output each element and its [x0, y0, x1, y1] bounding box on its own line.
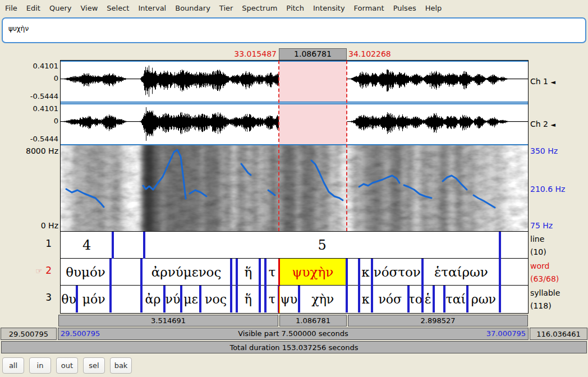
window-start-button[interactable]: 29.500795 [1, 328, 57, 340]
tier2-interval[interactable]: θυμόν [61, 259, 111, 286]
menu-pitch[interactable]: Pitch [286, 4, 304, 12]
tier-boundary[interactable] [443, 286, 445, 312]
tier3-interval[interactable]: με [181, 286, 200, 312]
tier2-interval[interactable]: ἑταίρων [422, 259, 500, 286]
tier-boundary[interactable] [499, 286, 501, 312]
waveform-channel-2[interactable] [61, 103, 528, 145]
tier-boundary[interactable] [264, 286, 267, 312]
tier-boundary[interactable] [236, 286, 238, 312]
menu-pulses[interactable]: Pulses [393, 4, 416, 12]
tier3-interval[interactable]: νόσ [372, 286, 408, 312]
tier-boundary[interactable] [466, 286, 468, 312]
tier-boundary[interactable] [407, 286, 410, 312]
tier3-interval[interactable]: ρων [467, 286, 500, 312]
tier1-interval[interactable] [113, 232, 144, 259]
tier1-interval[interactable]: 5 [144, 232, 500, 259]
tier3-interval[interactable]: θυ [61, 286, 77, 312]
tier2-number[interactable]: ☞ 2 [35, 265, 52, 276]
tier3-interval[interactable]: ψυ [279, 286, 299, 312]
tier-boundary[interactable] [180, 286, 182, 312]
ch1-play-label[interactable]: Ch 1 ◄ [530, 77, 555, 86]
tier-boundary[interactable] [371, 259, 373, 286]
tier2-interval[interactable]: τ [265, 259, 279, 286]
tier-boundary[interactable] [499, 232, 501, 259]
spectrogram-panel[interactable] [61, 145, 528, 231]
menu-intensity[interactable]: Intensity [313, 4, 345, 12]
tier1-interval[interactable]: 4 [61, 232, 113, 259]
play-total-duration-button[interactable]: Total duration 153.037256 seconds [1, 341, 587, 353]
tier-boundary[interactable] [109, 286, 112, 312]
tier3-interval[interactable]: χὴν [299, 286, 347, 312]
tier-boundary[interactable] [433, 286, 435, 312]
selection-end-cursor[interactable] [346, 61, 347, 231]
tier2-interval-selected[interactable]: ψυχὴν [279, 259, 347, 286]
tier2-interval[interactable] [347, 259, 359, 286]
tier-boundary[interactable] [112, 232, 114, 259]
in-button[interactable]: in [29, 357, 51, 374]
tier-boundary[interactable] [140, 286, 143, 312]
tier-boundary[interactable] [358, 286, 360, 312]
menu-boundary[interactable]: Boundary [175, 4, 210, 12]
tier-boundary[interactable] [76, 286, 78, 312]
tier3-interval[interactable]: ταί [444, 286, 467, 312]
tier2-interval[interactable] [500, 259, 528, 286]
tier-boundary[interactable] [140, 259, 143, 286]
tier3-interval[interactable] [111, 286, 141, 312]
tier-boundary[interactable] [143, 232, 145, 259]
tier-boundary[interactable] [163, 286, 166, 312]
analysis-panel[interactable]: 45 θυμόνἀρνύμενοςἥτψυχὴνκνόστονἑταίρων θ… [60, 60, 529, 314]
sel-button[interactable]: sel [83, 357, 105, 374]
menu-view[interactable]: View [80, 4, 98, 12]
play-before-selection-button[interactable]: 3.514691 [58, 315, 278, 327]
tier3-interval[interactable]: μόν [77, 286, 111, 312]
play-visible-part-button[interactable]: 29.500795 Visible part 7.500000 seconds … [58, 328, 529, 340]
tier3-interval[interactable]: ἑ [422, 286, 434, 312]
waveform-channel-1[interactable] [61, 61, 528, 103]
tier-boundary[interactable] [346, 286, 348, 312]
tier-boundary[interactable] [259, 286, 261, 312]
tier-boundary[interactable] [499, 259, 501, 286]
tier3-interval[interactable]: το [408, 286, 422, 312]
tier-boundary[interactable] [358, 259, 360, 286]
menu-tier[interactable]: Tier [219, 4, 233, 12]
tier-boundary[interactable] [259, 259, 261, 286]
tier-row-line[interactable]: 45 [61, 231, 528, 259]
selection-start-cursor[interactable] [278, 61, 279, 231]
tier3-interval[interactable] [500, 286, 528, 312]
tier-boundary[interactable] [199, 286, 201, 312]
tier1-number[interactable]: 1 [35, 238, 52, 249]
window-end-button[interactable]: 116.036461 [530, 328, 587, 340]
ch1-speaker-icon[interactable]: ◄ [550, 79, 555, 86]
play-after-selection-button[interactable]: 2.898527 [348, 315, 528, 327]
menu-select[interactable]: Select [107, 4, 129, 12]
menu-file[interactable]: File [5, 4, 17, 12]
tier-boundary[interactable] [298, 286, 300, 312]
tier3-interval[interactable]: ἀρ [141, 286, 164, 312]
menu-interval[interactable]: Interval [138, 4, 166, 12]
menu-help[interactable]: Help [425, 4, 442, 12]
tier3-interval[interactable] [347, 286, 359, 312]
tier3-interval[interactable]: τ [265, 286, 279, 312]
interval-text-field[interactable]: ψυχὴν [2, 17, 586, 43]
tier2-interval[interactable]: ἀρνύμενος [141, 259, 231, 286]
tier-boundary[interactable] [230, 259, 232, 286]
tier-boundary[interactable] [421, 286, 424, 312]
menu-spectrum[interactable]: Spectrum [242, 4, 277, 12]
tier3-number[interactable]: 3 [35, 292, 52, 303]
bak-button[interactable]: bak [110, 357, 132, 374]
tier3-interval[interactable]: νος [200, 286, 231, 312]
tier-boundary[interactable] [371, 286, 373, 312]
tier3-interval[interactable]: νύ [164, 286, 181, 312]
tier1-interval[interactable] [500, 232, 528, 259]
ch2-speaker-icon[interactable]: ◄ [550, 121, 555, 128]
tier2-interval[interactable]: ἥ [237, 259, 260, 286]
tier-boundary[interactable] [230, 286, 232, 312]
tier-boundary[interactable] [421, 259, 424, 286]
play-selection-button[interactable]: 1.086781 [279, 315, 347, 327]
menu-edit[interactable]: Edit [26, 4, 40, 12]
menu-formant[interactable]: Formant [354, 4, 384, 12]
tier-boundary[interactable] [264, 259, 267, 286]
all-button[interactable]: all [2, 357, 24, 374]
tier-row-word[interactable]: θυμόνἀρνύμενοςἥτψυχὴνκνόστονἑταίρων [61, 258, 528, 286]
tier-boundary[interactable] [278, 259, 279, 286]
